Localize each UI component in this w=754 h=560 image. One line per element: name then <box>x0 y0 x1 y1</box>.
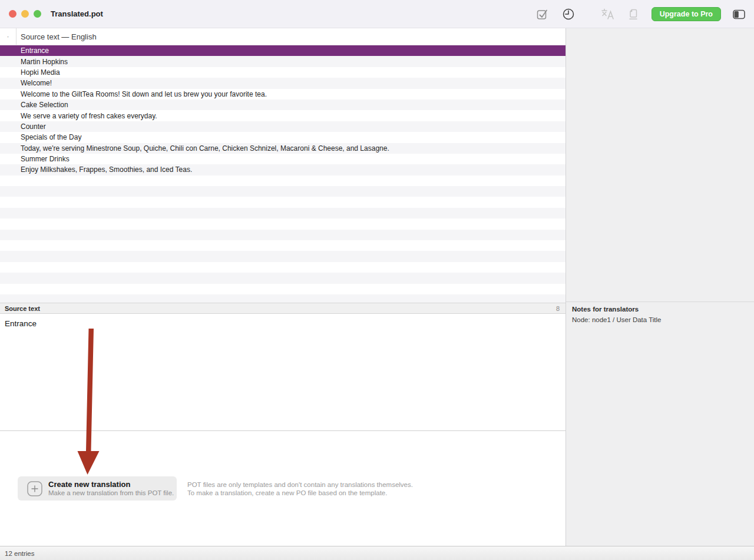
list-item[interactable]: Hopki Media <box>0 67 566 78</box>
minimize-window-button[interactable] <box>21 10 29 18</box>
list-item-empty <box>0 240 566 251</box>
source-text-view[interactable]: Entrance <box>0 314 566 430</box>
translate-icon <box>600 6 615 22</box>
window-title: Translated.pot <box>51 9 103 18</box>
list-item[interactable]: Entrance <box>0 45 566 56</box>
pot-note-line2: To make a translation, create a new PO f… <box>187 489 413 498</box>
list-item[interactable]: Counter <box>0 121 566 132</box>
list-item[interactable]: Today, we're serving Minestrone Soup, Qu… <box>0 143 566 154</box>
list-item[interactable]: Martin Hopkins <box>0 56 566 67</box>
notes-text: Node: node1 / User Data Title <box>572 316 748 323</box>
list-item-empty <box>0 284 566 294</box>
zoom-window-button[interactable] <box>34 10 41 18</box>
upgrade-to-pro-button[interactable]: Upgrade to Pro <box>652 7 721 22</box>
list-item[interactable]: Specials of the Day <box>0 132 566 143</box>
entry-count: 12 entries <box>5 550 35 557</box>
notes-for-translators: Notes for translators Node: node1 / User… <box>566 302 754 323</box>
titlebar: Translated.pot <box>0 0 754 28</box>
status-dot-column: · <box>0 28 16 45</box>
list-item[interactable]: Cake Selection <box>0 100 566 110</box>
traffic-lights <box>9 10 41 18</box>
history-clock-icon[interactable] <box>561 6 576 22</box>
list-item-empty <box>0 218 566 229</box>
sidebar-top-spacer <box>566 28 754 301</box>
close-window-button[interactable] <box>9 10 16 18</box>
translation-pane: Create new translation Make a new transl… <box>0 430 566 546</box>
pot-template-note: POT files are only templates and don't c… <box>187 481 413 497</box>
plus-icon <box>27 481 42 496</box>
source-text-bar: Source text 8 <box>0 303 566 314</box>
list-item-empty <box>0 273 566 283</box>
toolbar: Upgrade to Pro <box>535 0 747 28</box>
source-text-length-badge: 8 <box>556 305 566 312</box>
list-item-empty <box>0 262 566 273</box>
source-language-column-header[interactable]: Source text — English <box>16 32 97 41</box>
left-pane: · Source text — English EntranceMartin H… <box>0 28 566 546</box>
pretranslate-document-icon <box>626 6 641 22</box>
list-item-empty <box>0 175 566 186</box>
validate-icon[interactable] <box>535 6 550 22</box>
sidebar-toggle-icon[interactable] <box>732 6 747 22</box>
notes-header: Notes for translators <box>572 306 748 313</box>
main-area: · Source text — English EntranceMartin H… <box>0 28 754 546</box>
list-item-empty <box>0 197 566 207</box>
list-item-empty <box>0 186 566 197</box>
pot-note-line1: POT files are only templates and don't c… <box>187 481 413 489</box>
entries-list-header[interactable]: · Source text — English <box>0 28 566 45</box>
source-text-bar-label: Source text <box>0 305 556 312</box>
cta-title: Create new translation <box>48 480 174 489</box>
cta-text-block: Create new translation Make a new transl… <box>48 480 174 497</box>
sidebar: Notes for translators Node: node1 / User… <box>566 28 754 546</box>
list-item-empty <box>0 251 566 261</box>
list-item[interactable]: Welcome to the GiltTea Rooms! Sit down a… <box>0 89 566 100</box>
cta-subtitle: Make a new translation from this POT fil… <box>48 489 174 497</box>
list-item[interactable]: Summer Drinks <box>0 154 566 164</box>
create-new-translation-button[interactable]: Create new translation Make a new transl… <box>18 476 177 501</box>
list-item-empty <box>0 230 566 240</box>
source-text-value: Entrance <box>5 319 561 328</box>
entries-list[interactable]: EntranceMartin HopkinsHopki MediaWelcome… <box>0 45 566 303</box>
list-item-empty <box>0 208 566 218</box>
list-item[interactable]: Enjoy Milkshakes, Frappes, Smoothies, an… <box>0 164 566 175</box>
status-bar: 12 entries <box>0 546 754 560</box>
poedit-window: Translated.pot <box>0 0 754 560</box>
list-item[interactable]: We serve a variety of fresh cakes everyd… <box>0 110 566 121</box>
list-item[interactable]: Welcome! <box>0 78 566 88</box>
list-item-empty <box>0 294 566 303</box>
